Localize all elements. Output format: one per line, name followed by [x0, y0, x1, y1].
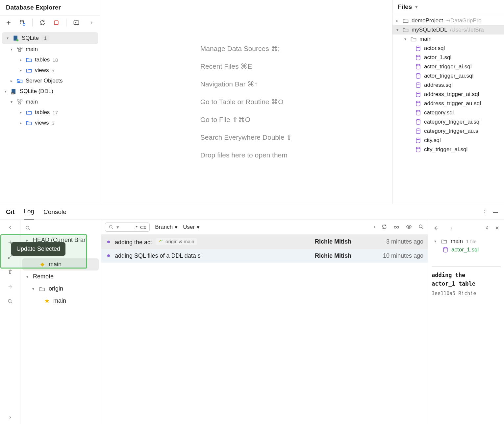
chevron-down-icon[interactable]: ▾ [9, 47, 14, 52]
chevron-right-icon[interactable]: ▸ [25, 238, 30, 243]
chevron-down-icon[interactable]: ▾ [9, 100, 14, 104]
search-icon[interactable] [418, 224, 424, 231]
file-item[interactable]: actor.sql [392, 44, 504, 53]
svg-point-0 [20, 20, 23, 22]
chevron-right-icon[interactable]: › [374, 224, 375, 231]
filter-user[interactable]: User ▾ [183, 224, 200, 231]
server-folder-icon [16, 78, 23, 84]
minimize-icon[interactable]: — [493, 209, 498, 215]
file-item[interactable]: actor_trigger_ai.sql [392, 62, 504, 71]
database-file-icon [415, 73, 421, 79]
chevron-right-icon[interactable]: ▸ [395, 18, 400, 23]
refresh-icon[interactable] [381, 224, 387, 231]
chevron-right-icon[interactable]: ▸ [9, 79, 14, 83]
tab-log[interactable]: Log [24, 204, 34, 220]
more-icon[interactable]: ⋮ [482, 209, 487, 215]
tree-node-views2[interactable]: ▸ views 5 [0, 118, 100, 128]
tab-console[interactable]: Console [43, 204, 66, 220]
folder-icon [26, 57, 32, 63]
svg-point-25 [416, 138, 420, 140]
file-item[interactable]: address_trigger_ai.sql [392, 90, 504, 99]
push-icon[interactable] [7, 284, 13, 291]
branch-search[interactable] [20, 223, 101, 234]
svg-point-32 [408, 226, 410, 227]
tree-node-tables[interactable]: ▸ tables 18 [0, 55, 100, 65]
file-item[interactable]: actor_trigger_au.sql [392, 71, 504, 81]
branch-origin-main[interactable]: main [20, 295, 101, 307]
svg-point-31 [397, 226, 399, 228]
file-item[interactable]: category_trigger_ai.sql [392, 117, 504, 127]
chevron-right-icon[interactable]: ▸ [18, 58, 23, 62]
file-name: address_trigger_au.sql [424, 100, 481, 107]
expand-icon[interactable] [485, 225, 490, 232]
tree-node-sqlite-ddl[interactable]: ▾ DDL SQLite (DDL) [0, 86, 100, 97]
chevron-down-icon[interactable]: ▾ [116, 224, 119, 230]
branch-local-main[interactable]: main [22, 258, 99, 271]
log-commit-row[interactable]: adding the act origin & main Richie Miti… [101, 235, 428, 249]
chevron-down-icon[interactable]: ▾ [25, 274, 30, 279]
next-icon[interactable]: › [451, 225, 452, 232]
back-icon[interactable] [7, 224, 13, 231]
chevron-right-icon[interactable] [88, 19, 95, 27]
branch-remote[interactable]: ▾ Remote [20, 271, 101, 283]
chevron-right-icon[interactable] [8, 415, 13, 421]
file-item[interactable]: category.sql [392, 108, 504, 117]
case-toggle[interactable]: Cc [140, 224, 146, 230]
delete-icon[interactable] [7, 269, 13, 276]
stop-icon[interactable] [52, 19, 60, 27]
file-item[interactable]: address_trigger_au.sql [392, 99, 504, 108]
chevron-right-icon[interactable]: ▸ [18, 121, 23, 125]
add-icon[interactable] [5, 19, 13, 27]
refresh-icon[interactable] [38, 19, 46, 27]
detail-file[interactable]: actor_1.sql [432, 247, 501, 253]
node-label: tables [35, 109, 50, 116]
log-search[interactable]: ▾ .* Cc [105, 223, 150, 232]
tree-node-main2[interactable]: ▾ main [0, 97, 100, 107]
bookmark-icon [39, 262, 45, 268]
svg-point-17 [416, 64, 420, 66]
tree-node-main[interactable]: ▾ main [0, 44, 100, 55]
glasses-icon[interactable] [393, 224, 400, 231]
branch-origin[interactable]: ▾ origin [20, 283, 101, 295]
file-item[interactable]: city.sql [392, 136, 504, 145]
datasource-settings-icon[interactable] [18, 19, 26, 27]
chevron-down-icon[interactable]: ▾ [31, 287, 36, 291]
branch-label: main [49, 261, 62, 268]
tree-node-server-objects[interactable]: ▸ Server Objects [0, 76, 100, 86]
file-item[interactable]: city_trigger_ai.sql [392, 145, 504, 154]
chevron-right-icon[interactable]: ▸ [18, 68, 23, 73]
file-item[interactable]: actor_1.sql [392, 53, 504, 62]
search-icon[interactable] [7, 298, 13, 305]
regex-toggle[interactable]: .* [134, 224, 138, 230]
files-project-mysqliteddl[interactable]: ▾ mySQLiteDDL /Users/JetBra [392, 25, 504, 35]
chevron-down-icon[interactable]: ▾ [433, 239, 438, 244]
tree-node-sqlite[interactable]: ▾ SQLite 1 [2, 32, 98, 44]
chevron-right-icon[interactable]: ▸ [18, 110, 23, 115]
chevron-down-icon[interactable]: ▾ [5, 36, 10, 40]
console-icon[interactable] [72, 19, 80, 27]
file-item[interactable]: category_trigger_au.s [392, 127, 504, 136]
files-folder-main[interactable]: ▾ main [392, 35, 504, 44]
branch-tag: origin & main [156, 238, 197, 245]
svg-point-29 [110, 225, 112, 228]
collapse-icon[interactable] [433, 225, 439, 232]
eye-icon[interactable] [406, 224, 412, 231]
chevron-down-icon[interactable]: ▾ [415, 4, 418, 10]
chevron-down-icon[interactable]: ▾ [403, 37, 408, 41]
close-icon[interactable]: ✕ [495, 225, 499, 232]
chevron-down-icon[interactable]: ▾ [395, 28, 400, 32]
files-project-demo[interactable]: ▸ demoProject ~/DataGripPro [392, 16, 504, 25]
chevron-down-icon[interactable]: ▾ [3, 89, 8, 94]
log-commit-row[interactable]: adding SQL files of a DDL data s Richie … [101, 249, 428, 263]
tab-git[interactable]: Git [6, 204, 14, 220]
tree-node-tables2[interactable]: ▸ tables 17 [0, 107, 100, 118]
detail-folder[interactable]: ▾ main 1 file [432, 236, 501, 247]
git-detail-panel: › ✕ ▾ main 1 file actor_1.sql adding the… [428, 220, 504, 424]
folder-name: main [451, 238, 463, 245]
filter-branch[interactable]: Branch ▾ [155, 224, 178, 231]
file-item[interactable]: address.sql [392, 81, 504, 90]
branch-label: origin [49, 285, 63, 292]
tree-node-views[interactable]: ▸ views 5 [0, 65, 100, 76]
git-actions-strip: Update Selected [0, 220, 20, 424]
star-icon [44, 298, 50, 304]
